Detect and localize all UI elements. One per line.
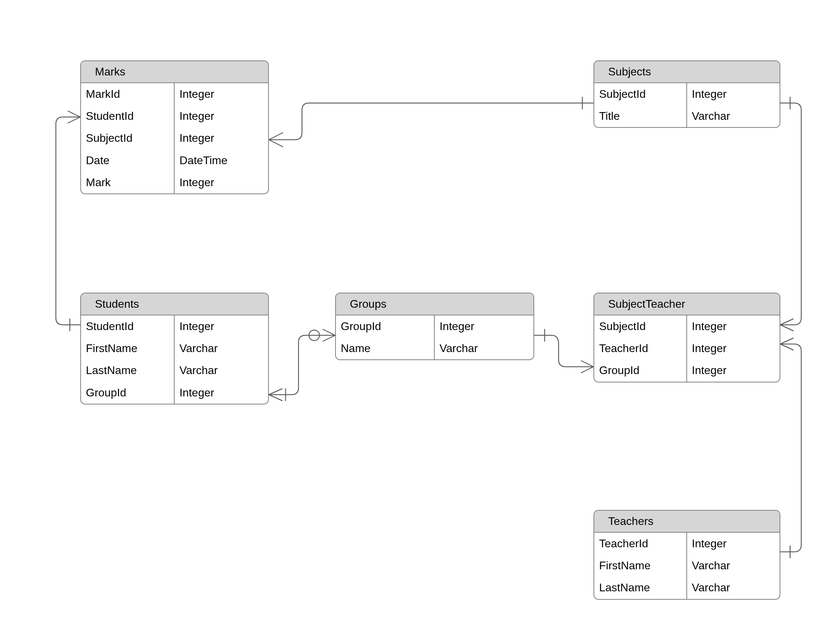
field-name: Name xyxy=(336,338,434,359)
field-name: TeacherId xyxy=(594,533,686,555)
entity-teachers[interactable]: Teachers TeacherId FirstName LastName In… xyxy=(594,510,780,600)
field-type: Integer xyxy=(687,83,780,105)
entity-subjectteacher[interactable]: SubjectTeacher SubjectId TeacherId Group… xyxy=(594,293,780,382)
field-type: Integer xyxy=(687,315,780,338)
svg-line-18 xyxy=(68,111,80,117)
field-type: Integer xyxy=(174,127,268,149)
field-name: MarkId xyxy=(81,83,174,105)
field-name: FirstName xyxy=(594,555,686,577)
field-type: Integer xyxy=(435,315,534,338)
field-type: Integer xyxy=(174,83,268,105)
field-name: LastName xyxy=(594,577,686,599)
svg-line-5 xyxy=(780,325,793,331)
field-name: GroupId xyxy=(81,382,174,404)
svg-line-0 xyxy=(269,133,283,140)
entity-students[interactable]: Students StudentId FirstName LastName Gr… xyxy=(80,293,269,405)
field-type: Integer xyxy=(174,315,268,338)
field-type: DateTime xyxy=(174,150,268,171)
field-type: Integer xyxy=(687,338,780,359)
svg-line-13 xyxy=(269,395,282,401)
field-type: Integer xyxy=(174,105,268,127)
field-type: Varchar xyxy=(174,338,268,359)
entity-title: Teachers xyxy=(594,511,780,533)
entity-body: SubjectId Title Integer Varchar xyxy=(594,83,780,127)
field-name: SubjectId xyxy=(594,83,686,105)
field-name: GroupId xyxy=(594,359,686,382)
field-name: FirstName xyxy=(81,338,174,359)
field-type: Varchar xyxy=(435,338,534,359)
svg-line-19 xyxy=(68,117,80,123)
field-name: SubjectId xyxy=(81,127,174,149)
svg-line-16 xyxy=(323,330,335,335)
entity-title: SubjectTeacher xyxy=(594,294,780,315)
entity-title: Groups xyxy=(336,294,534,315)
field-type: Varchar xyxy=(174,359,268,382)
entity-title: Marks xyxy=(81,61,268,83)
entity-title: Subjects xyxy=(594,61,780,83)
svg-line-1 xyxy=(269,140,283,147)
field-name: TeacherId xyxy=(594,338,686,359)
entity-marks[interactable]: Marks MarkId StudentId SubjectId Date Ma… xyxy=(80,60,269,194)
field-name: StudentId xyxy=(81,105,174,127)
svg-line-7 xyxy=(780,338,793,344)
field-name: Title xyxy=(594,105,686,127)
entity-body: MarkId StudentId SubjectId Date Mark Int… xyxy=(81,83,268,194)
svg-line-12 xyxy=(269,389,282,395)
field-name: SubjectId xyxy=(594,315,686,338)
svg-line-4 xyxy=(780,319,793,325)
field-type: Varchar xyxy=(687,577,780,599)
svg-point-15 xyxy=(309,330,319,341)
svg-line-17 xyxy=(323,335,335,341)
field-type: Integer xyxy=(687,533,780,555)
entity-body: TeacherId FirstName LastName Integer Var… xyxy=(594,533,780,599)
entity-body: StudentId FirstName LastName GroupId Int… xyxy=(81,315,268,404)
field-name: LastName xyxy=(81,359,174,382)
entity-body: GroupId Name Integer Varchar xyxy=(336,315,534,359)
svg-line-8 xyxy=(780,344,793,350)
field-name: Mark xyxy=(81,171,174,194)
field-type: Varchar xyxy=(687,105,780,127)
svg-line-10 xyxy=(581,361,594,367)
field-name: GroupId xyxy=(336,315,434,338)
svg-line-11 xyxy=(581,367,594,373)
entity-groups[interactable]: Groups GroupId Name Integer Varchar xyxy=(335,293,534,360)
field-name: Date xyxy=(81,150,174,171)
entity-body: SubjectId TeacherId GroupId Integer Inte… xyxy=(594,315,780,382)
entity-title: Students xyxy=(81,294,268,315)
entity-subjects[interactable]: Subjects SubjectId Title Integer Varchar xyxy=(594,60,780,128)
field-type: Varchar xyxy=(687,555,780,577)
field-type: Integer xyxy=(174,382,268,404)
field-type: Integer xyxy=(687,359,780,382)
er-diagram-canvas: Marks MarkId StudentId SubjectId Date Ma… xyxy=(0,0,840,643)
field-type: Integer xyxy=(174,171,268,194)
field-name: StudentId xyxy=(81,315,174,338)
